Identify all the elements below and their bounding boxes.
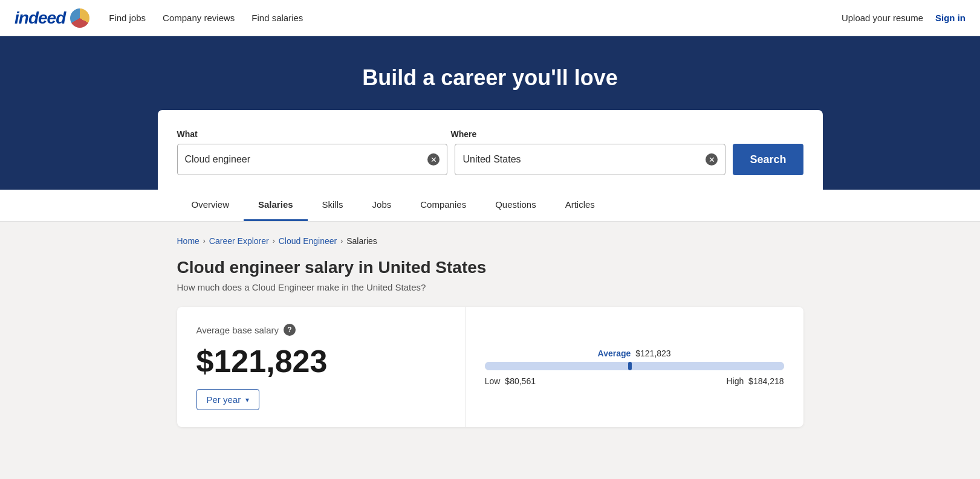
clear-what-button[interactable]: ✕ <box>427 153 440 166</box>
tab-overview[interactable]: Overview <box>177 190 244 221</box>
where-input[interactable] <box>462 154 706 165</box>
logo[interactable]: indeed <box>15 8 89 28</box>
salary-range: Low $80,561 High $184,218 <box>485 376 784 386</box>
page-title: Cloud engineer salary in United States <box>177 258 803 277</box>
salary-right: Average $121,823 Low $80,561 High $184,2… <box>466 307 803 427</box>
logo-icon <box>70 8 89 28</box>
tab-salaries[interactable]: Salaries <box>244 190 308 221</box>
breadcrumb-sep-1: › <box>203 237 206 245</box>
search-labels: What Where <box>177 129 803 139</box>
breadcrumb-current: Salaries <box>346 236 377 246</box>
salary-amount: $121,823 <box>196 343 446 379</box>
hero-section: Build a career you'll love What Where ✕ … <box>0 36 980 190</box>
nav-company-reviews[interactable]: Company reviews <box>163 13 235 23</box>
avg-base-salary-label: Average base salary ? <box>196 324 446 336</box>
period-dropdown[interactable]: Per year ▾ <box>196 389 260 410</box>
nav-links: Find jobs Company reviews Find salaries <box>109 13 303 24</box>
nav-right: Upload your resume Sign in <box>842 13 965 23</box>
help-icon[interactable]: ? <box>284 324 296 336</box>
range-low-value: $80,561 <box>505 376 536 386</box>
tab-articles[interactable]: Articles <box>551 190 609 221</box>
nav-find-salaries[interactable]: Find salaries <box>251 13 303 23</box>
where-label: Where <box>451 129 715 139</box>
salary-section: Average base salary ? $121,823 Per year … <box>177 307 803 427</box>
tab-jobs[interactable]: Jobs <box>358 190 406 221</box>
page-subtitle: How much does a Cloud Engineer make in t… <box>177 282 803 292</box>
range-high-value: $184,218 <box>748 376 784 386</box>
main-content: Home › Career Explorer › Cloud Engineer … <box>158 222 823 442</box>
chevron-down-icon: ▾ <box>245 396 249 404</box>
nav-find-jobs[interactable]: Find jobs <box>109 13 146 23</box>
breadcrumb-career-explorer[interactable]: Career Explorer <box>209 236 269 246</box>
upload-resume-link[interactable]: Upload your resume <box>842 13 923 23</box>
range-high: High $184,218 <box>726 376 784 386</box>
sign-in-link[interactable]: Sign in <box>935 13 965 23</box>
salary-left: Average base salary ? $121,823 Per year … <box>177 307 466 427</box>
tabs: Overview Salaries Skills Jobs Companies … <box>158 190 823 221</box>
what-label: What <box>177 129 441 139</box>
tabs-bar: Overview Salaries Skills Jobs Companies … <box>0 190 980 222</box>
range-low: Low $80,561 <box>485 376 536 386</box>
tab-skills[interactable]: Skills <box>308 190 358 221</box>
indeed-wordmark: indeed <box>15 8 65 28</box>
chart-avg-value: $121,823 <box>635 349 670 358</box>
search-box: What Where ✕ ✕ Search <box>158 110 823 190</box>
salary-bar-marker <box>628 362 632 370</box>
breadcrumb: Home › Career Explorer › Cloud Engineer … <box>177 236 803 246</box>
what-input-wrap: ✕ <box>177 144 448 175</box>
chart-avg-label-wrap: Average $121,823 <box>485 349 784 358</box>
search-button[interactable]: Search <box>733 144 803 175</box>
clear-where-button[interactable]: ✕ <box>706 153 718 166</box>
navbar: indeed Find jobs Company reviews Find sa… <box>0 0 980 36</box>
where-input-wrap: ✕ <box>455 144 725 175</box>
salary-bar <box>485 362 784 370</box>
search-inputs: ✕ ✕ Search <box>177 144 803 175</box>
breadcrumb-sep-2: › <box>273 237 275 245</box>
breadcrumb-sep-3: › <box>340 237 343 245</box>
salary-bar-fill <box>485 362 784 370</box>
breadcrumb-home[interactable]: Home <box>177 236 200 246</box>
what-input[interactable] <box>185 154 428 165</box>
breadcrumb-cloud-engineer[interactable]: Cloud Engineer <box>279 236 337 246</box>
tab-companies[interactable]: Companies <box>406 190 481 221</box>
chart-avg-label: Average <box>598 349 631 358</box>
hero-title: Build a career you'll love <box>15 65 965 91</box>
tab-questions[interactable]: Questions <box>481 190 551 221</box>
